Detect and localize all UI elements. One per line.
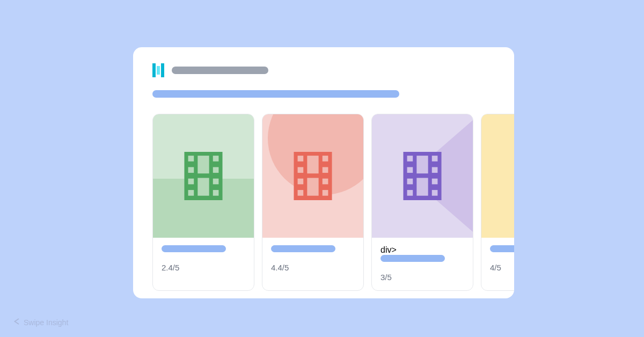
svg-rect-30 [432, 190, 438, 196]
svg-rect-18 [323, 179, 328, 185]
result-card[interactable]: 2.4/5 [152, 114, 254, 291]
swipe-icon [13, 318, 20, 327]
cards-carousel[interactable]: 2.4/5 [133, 98, 514, 291]
subtitle-placeholder [152, 90, 399, 98]
title-placeholder [172, 67, 268, 74]
card-title-placeholder [271, 245, 335, 252]
svg-rect-2 [188, 167, 194, 173]
svg-rect-8 [213, 190, 219, 196]
svg-rect-9 [197, 156, 209, 173]
card-title-placeholder [380, 255, 445, 262]
svg-rect-24 [407, 167, 413, 173]
card-thumbnail [262, 114, 363, 238]
svg-rect-31 [416, 156, 428, 173]
svg-rect-19 [323, 190, 328, 196]
svg-rect-26 [407, 190, 413, 196]
svg-rect-23 [407, 156, 413, 162]
result-card[interactable]: div> 3/5 [371, 114, 473, 291]
card-meta: div> 3/5 [372, 238, 473, 290]
card-thumbnail [481, 114, 514, 238]
watermark: Swipe Insight [13, 318, 68, 327]
film-icon [403, 152, 442, 200]
svg-rect-10 [197, 178, 209, 196]
svg-rect-27 [432, 156, 438, 162]
result-card[interactable]: 4/5 [481, 114, 514, 291]
card-thumbnail [372, 114, 473, 238]
svg-rect-21 [307, 178, 318, 196]
card-thumbnail [153, 114, 254, 238]
card-rating: 4.4/5 [271, 263, 355, 272]
svg-rect-32 [416, 178, 428, 196]
card-meta: 4/5 [481, 238, 514, 281]
svg-rect-25 [407, 179, 413, 185]
svg-rect-4 [188, 190, 194, 196]
card-rating: 2.4/5 [162, 263, 245, 272]
svg-rect-7 [213, 179, 219, 185]
card-rating: 4/5 [490, 263, 514, 272]
svg-rect-14 [298, 179, 304, 185]
svg-rect-20 [307, 156, 318, 173]
svg-rect-6 [213, 167, 219, 173]
card-meta: 2.4/5 [153, 238, 254, 281]
svg-rect-16 [323, 156, 328, 162]
svg-rect-13 [298, 167, 304, 173]
svg-rect-17 [323, 167, 328, 173]
card-meta: 4.4/5 [262, 238, 363, 281]
card-title-placeholder [162, 245, 226, 252]
brand-logo-icon [152, 63, 164, 77]
svg-rect-3 [188, 179, 194, 185]
result-card[interactable]: 4.4/5 [262, 114, 364, 291]
film-icon [294, 152, 332, 200]
watermark-text: Swipe Insight [24, 318, 68, 327]
film-icon [184, 152, 223, 200]
card-rating: 3/5 [380, 273, 464, 282]
svg-rect-29 [432, 179, 438, 185]
svg-rect-15 [298, 190, 304, 196]
header-row [152, 63, 495, 77]
svg-rect-28 [432, 167, 438, 173]
svg-rect-5 [213, 156, 219, 162]
panel-header [133, 47, 514, 98]
results-panel: 2.4/5 [133, 47, 514, 298]
svg-rect-12 [298, 156, 304, 162]
svg-rect-1 [188, 156, 194, 162]
card-title-placeholder [490, 245, 514, 252]
